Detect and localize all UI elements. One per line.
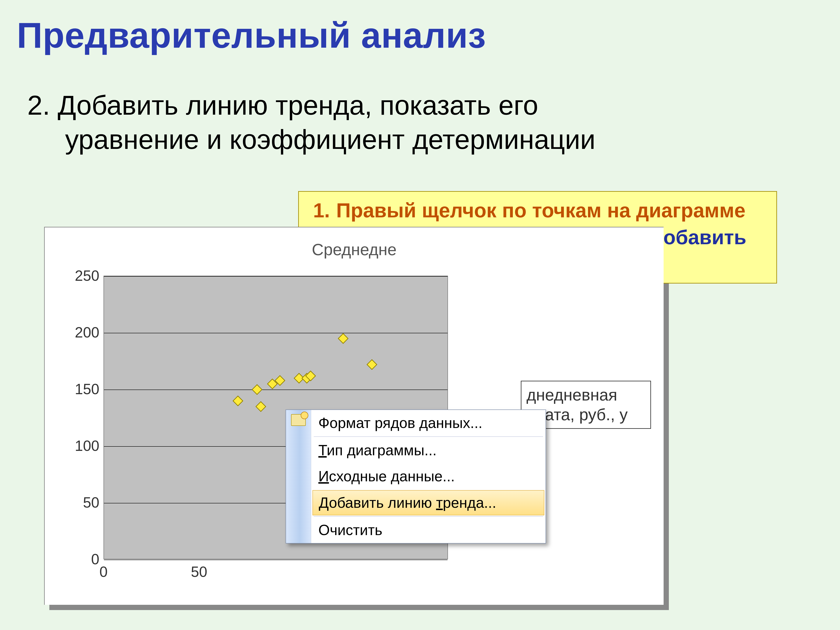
y-tick-label: 250 xyxy=(72,267,99,284)
y-tick-label: 0 xyxy=(72,551,99,568)
menu-label-rest: сходные данные... xyxy=(329,468,455,485)
context-menu-icon-strip xyxy=(286,410,311,543)
menu-label-rest: ип диаграммы... xyxy=(327,442,437,458)
menu-item-add-trendline[interactable]: Добавить линию тренда... xyxy=(313,490,544,515)
menu-item-format-data-series[interactable]: Формат рядов данных... xyxy=(311,410,546,436)
chart-title: Среднедне xyxy=(45,240,663,259)
callout-text: Правый щелчок по точкам на диаграмме xyxy=(336,199,745,221)
callout-number: 1. xyxy=(305,199,330,222)
menu-mnemonic: И xyxy=(318,468,329,485)
callout-item-1: 1.Правый щелчок по точкам на диаграмме xyxy=(305,199,771,222)
gridline-h xyxy=(104,333,447,333)
y-tick-label: 200 xyxy=(72,324,99,341)
gridline-h xyxy=(104,276,447,276)
data-point[interactable] xyxy=(232,396,243,406)
y-tick-label: 150 xyxy=(72,381,99,398)
page-title: Предварительный анализ xyxy=(17,15,486,56)
data-point[interactable] xyxy=(256,401,266,412)
data-point[interactable] xyxy=(338,333,348,344)
legend-line: днедневная xyxy=(526,385,645,405)
instruction-line-2: уравнение и коэффициент детерминации xyxy=(27,122,815,157)
menu-separator xyxy=(314,516,543,516)
data-point[interactable] xyxy=(366,359,377,370)
instruction-line-1: 2. Добавить линию тренда, показать его xyxy=(27,90,538,120)
menu-item-chart-type[interactable]: Тип диаграммы... xyxy=(311,437,546,463)
instruction-text: 2. Добавить линию тренда, показать его у… xyxy=(27,88,815,156)
y-tick-label: 50 xyxy=(72,494,99,511)
x-tick-label: 0 xyxy=(99,564,108,580)
menu-label-pre: Добавить линию xyxy=(319,494,436,511)
y-tick-label: 100 xyxy=(72,437,99,454)
data-point[interactable] xyxy=(251,384,262,395)
menu-label-rest: ренда... xyxy=(443,494,496,511)
menu-separator xyxy=(314,436,543,437)
context-menu: Формат рядов данных... Тип диаграммы... … xyxy=(286,409,546,543)
gridline-h xyxy=(104,390,447,390)
context-menu-items: Формат рядов данных... Тип диаграммы... … xyxy=(311,410,546,543)
menu-item-clear[interactable]: Очистить xyxy=(311,517,546,543)
x-tick-label: 50 xyxy=(191,564,207,580)
format-series-icon xyxy=(291,414,306,426)
menu-mnemonic: Т xyxy=(318,442,327,458)
menu-item-source-data[interactable]: Исходные данные... xyxy=(311,463,546,489)
gridline-h xyxy=(104,560,447,560)
menu-mnemonic: т xyxy=(436,494,443,511)
